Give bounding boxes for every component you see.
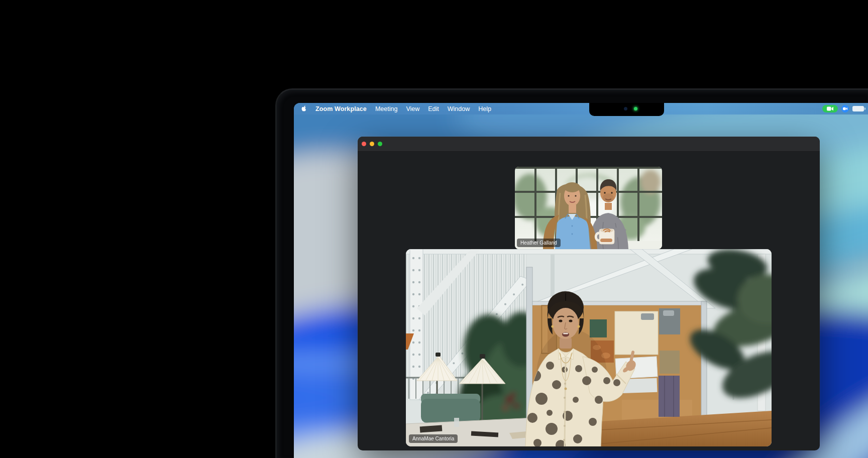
apple-menu[interactable] <box>300 105 307 112</box>
camera-active-indicator[interactable] <box>822 105 838 112</box>
menu-item-edit[interactable]: Edit <box>428 105 439 112</box>
fullscreen-button[interactable] <box>378 142 382 146</box>
video-tile-heather[interactable]: Heather Galland <box>515 167 662 249</box>
video-camera-icon <box>827 106 833 111</box>
video-feed-speaker <box>406 249 772 446</box>
display-notch <box>589 103 664 116</box>
participant-name-label: AnnaMae Cantoria <box>409 434 458 443</box>
macbook-screen: Zoom Workplace Meeting View Edit Window … <box>294 103 868 458</box>
video-camera-icon <box>843 107 847 110</box>
minimize-button[interactable] <box>370 142 374 146</box>
menu-bar-left: Zoom Workplace Meeting View Edit Window … <box>294 105 500 112</box>
menu-item-meeting[interactable]: Meeting <box>375 105 397 112</box>
zoom-meeting-window: Heather Galland <box>358 137 820 450</box>
window-titlebar[interactable] <box>358 137 820 152</box>
menu-app-name[interactable]: Zoom Workplace <box>315 105 367 112</box>
apple-logo-icon <box>300 105 307 112</box>
battery-icon[interactable] <box>852 106 864 111</box>
close-button[interactable] <box>362 142 366 146</box>
menu-bar-status-area <box>822 103 864 114</box>
menu-bar: Zoom Workplace Meeting View Edit Window … <box>294 103 868 114</box>
desktop-screenshot: Zoom Workplace Meeting View Edit Window … <box>0 0 868 458</box>
menu-item-window[interactable]: Window <box>448 105 470 112</box>
menu-item-help[interactable]: Help <box>478 105 491 112</box>
zoom-app-icon[interactable] <box>841 105 849 112</box>
participant-name-label: Heather Galland <box>517 239 561 247</box>
video-feed-couple <box>515 167 662 249</box>
video-tile-annamae[interactable]: AnnaMae Cantoria <box>406 249 772 446</box>
menu-item-view[interactable]: View <box>406 105 419 112</box>
camera-in-use-light <box>634 107 637 110</box>
facetime-camera-lens <box>624 107 627 110</box>
